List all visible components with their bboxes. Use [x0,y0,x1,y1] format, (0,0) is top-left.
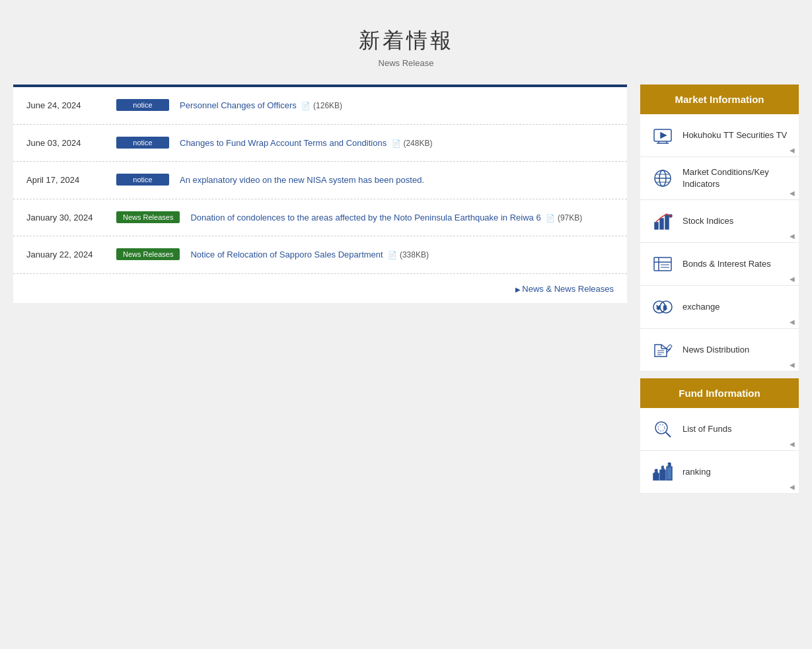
news-row: June 24, 2024noticePersonnel Changes of … [13,87,627,125]
svg-rect-36 [667,467,672,480]
news-title[interactable]: Donation of condolences to the areas aff… [190,211,614,224]
sidebar-item-label: Hokuhoku TT Securities TV [683,129,788,141]
market-items-group: Hokuhoku TT Securities TV ◀ Market Condi… [640,114,799,372]
corner-arrow-icon: ◀ [790,440,795,448]
news-row: April 17, 2024noticeAn explanatory video… [13,162,627,199]
svg-rect-12 [665,215,669,229]
corner-arrow-icon: ◀ [790,232,795,240]
sidebar-item-exchange[interactable]: ¥ $ exchange ◀ [640,286,799,329]
news-row: June 03, 2024noticeChanges to Fund Wrap … [13,125,627,162]
svg-line-32 [666,432,671,437]
corner-arrow-icon: ◀ [790,275,795,283]
news-link[interactable]: Notice of Relocation of Sapporo Sales De… [190,250,383,259]
news-table: June 24, 2024noticePersonnel Changes of … [13,87,627,274]
news-badge: notice [116,174,169,186]
page-subtitle: News Release [13,58,799,68]
corner-arrow-icon: ◀ [790,147,795,154]
svg-point-13 [669,215,672,217]
pdf-icon: 📄 [546,213,555,224]
sidebar-item-label: exchange [683,301,788,313]
file-size: (248KB) [403,139,432,148]
news-date: June 03, 2024 [26,137,106,148]
chart-icon [651,209,675,233]
corner-arrow-icon: ◀ [790,189,795,197]
news-badge: notice [116,137,169,149]
news-badge: News Releases [116,211,180,223]
news-row: January 22, 2024News ReleasesNotice of R… [13,236,627,274]
news-title[interactable]: Changes to Fund Wrap Account Terms and C… [180,137,614,150]
main-content: June 24, 2024noticePersonnel Changes of … [13,85,627,303]
svg-rect-34 [653,473,659,480]
news-link[interactable]: Personnel Changes of Officers [180,100,297,110]
sidebar-item-market-conditions[interactable]: Market Conditions/Key Indicators ◀ [640,157,799,200]
more-link[interactable]: News & News Releases [515,284,614,294]
globe-icon [651,166,675,190]
news-link[interactable]: Donation of condolences to the areas aff… [190,213,540,222]
news-date: January 22, 2024 [26,248,106,259]
svg-text:2: 2 [655,468,658,474]
sidebar-item-news-distribution[interactable]: News Distribution ◀ [640,329,799,372]
news-badge: News Releases [116,248,180,260]
search-icon [651,417,675,441]
svg-text:1: 1 [661,465,665,471]
sidebar-item-label: Stock Indices [683,215,788,227]
news-link[interactable]: An explanatory video on the new NISA sys… [180,175,424,185]
page-wrapper: 新着情報 News Release June 24, 2024noticePer… [0,0,812,527]
sidebar-item-label: News Distribution [683,344,788,356]
svg-point-31 [655,422,667,434]
news-link[interactable]: Changes to Fund Wrap Account Terms and C… [180,138,387,148]
file-size: (97KB) [558,213,582,222]
news-title[interactable]: Notice of Relocation of Sapporo Sales De… [190,248,614,261]
news-badge: notice [116,99,169,111]
svg-rect-30 [667,345,672,350]
corner-arrow-icon: ◀ [790,483,795,491]
file-size: (338KB) [400,250,429,259]
sidebar-item-ranking[interactable]: 2 1 3 ranking ◀ [640,451,799,494]
svg-text:¥: ¥ [656,304,661,311]
news-icon [651,338,675,362]
page-title: 新着情報 [13,26,799,55]
pdf-icon: 📄 [301,100,311,112]
market-information-header: Market Information [640,85,799,114]
svg-marker-1 [661,133,666,138]
fund-information-header: Fund Information [640,378,799,408]
svg-text:3: 3 [668,461,671,467]
svg-rect-11 [660,219,663,229]
svg-rect-10 [655,222,658,229]
news-date: June 24, 2024 [26,99,106,110]
svg-text:$: $ [663,304,667,311]
news-row: January 30, 2024News ReleasesDonation of… [13,199,627,237]
svg-rect-14 [654,257,671,271]
content-area: June 24, 2024noticePersonnel Changes of … [13,85,799,500]
more-link-row: News & News Releases [13,274,627,303]
sidebar-item-label: Bonds & Interest Rates [683,258,788,270]
exchange-icon: ¥ $ [651,295,675,319]
sidebar-item-list-of-funds[interactable]: List of Funds ◀ [640,408,799,451]
pdf-icon: 📄 [388,250,397,261]
sidebar-item-stock-indices[interactable]: Stock Indices ◀ [640,200,799,243]
bonds-icon [651,252,675,276]
sidebar-item-hokuhoku-tv[interactable]: Hokuhoku TT Securities TV ◀ [640,114,799,157]
tv-icon [651,123,675,147]
svg-rect-35 [660,470,665,480]
news-title[interactable]: An explanatory video on the new NISA sys… [180,174,614,187]
news-title[interactable]: Personnel Changes of Officers 📄 (126KB) [180,99,614,112]
svg-point-33 [658,425,665,431]
sidebar-item-label: List of Funds [683,423,788,435]
sidebar-item-label: ranking [683,466,788,478]
sidebar-item-label: Market Conditions/Key Indicators [683,166,788,190]
sidebar: Market Information Hokuhoku TT Securitie… [640,85,799,500]
sidebar-item-bonds[interactable]: Bonds & Interest Rates ◀ [640,243,799,286]
file-size: (126KB) [313,101,342,110]
page-header: 新着情報 News Release [13,13,799,85]
fund-items-group: List of Funds ◀ 2 1 3 ranking ◀ [640,408,799,494]
ranking-icon: 2 1 3 [651,460,675,484]
corner-arrow-icon: ◀ [790,318,795,325]
corner-arrow-icon: ◀ [790,361,795,368]
news-date: January 30, 2024 [26,211,106,222]
pdf-icon: 📄 [392,138,401,149]
news-date: April 17, 2024 [26,174,106,185]
